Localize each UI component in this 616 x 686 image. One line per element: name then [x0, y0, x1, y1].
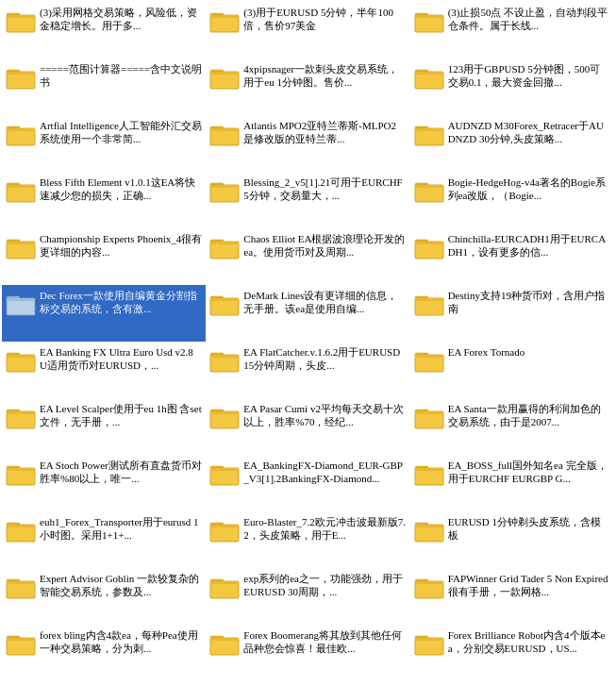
folder-icon [209, 404, 240, 430]
item-label: =====范围计算器=====含中文说明书 [40, 62, 202, 90]
svg-rect-80 [415, 468, 443, 471]
list-item[interactable]: DeMark Lines设有更详细的信息，无手册。该ea是使用自编... [206, 285, 409, 342]
list-item[interactable]: EA Pasar Cumi v2平均每天交易十次以上，胜率%70，经纪... [206, 398, 409, 455]
svg-rect-62 [415, 355, 443, 358]
item-label: euh1_Forex_Transporter用于eurusd 1小时图。采用1+… [40, 515, 202, 543]
list-item[interactable]: (3)用于EURUSD 5分钟，半年100倍，售价97美金 [206, 2, 409, 59]
list-item[interactable]: EA Forex Tornado [410, 342, 614, 398]
svg-rect-47 [7, 298, 35, 301]
list-item[interactable]: Destiny支持19种货币对，含用户指南 [410, 285, 614, 342]
list-item[interactable]: EA Level Scalper使用于eu 1h图 含set文件，无手册，... [2, 398, 206, 455]
folder-icon [6, 291, 36, 317]
item-label: Euro-Blaster_7.2欧元冲击波最新版7.2，头皮策略，用于E... [243, 515, 406, 543]
item-label: EA_BankingFX-Diamond_EUR-GBP_V3[1].2Bank… [243, 459, 406, 486]
folder-icon [414, 460, 444, 487]
list-item[interactable]: Dec Forex一款使用自编黄金分割指标交易的系统，含有激... [2, 285, 206, 342]
folder-icon [414, 404, 444, 430]
file-grid: (3)采用网格交易策略，风险低，资金稳定增长。用于多... (3)用于EURUS… [0, 0, 616, 686]
svg-rect-35 [415, 185, 443, 188]
item-label: (3)用于EURUSD 5分钟，半年100倍，售价97美金 [243, 6, 406, 33]
item-label: EA FlatCatcher.v.1.6.2用于EURUSD 15分钟周期，头皮… [243, 345, 406, 373]
folder-icon [209, 630, 240, 657]
svg-rect-107 [415, 638, 443, 641]
list-item[interactable]: Expert Advisor Goblin 一款较复杂的智能交易系统，参数及..… [2, 568, 206, 625]
list-item[interactable]: 4xpipsnager一款刺头皮交易系统，用于eu 1分钟图。售价... [206, 59, 409, 115]
list-item[interactable]: EA Banking FX Ultra Euro Usd v2.8 U适用货币对… [2, 342, 206, 398]
folder-icon [414, 8, 444, 34]
svg-rect-11 [7, 72, 35, 75]
list-item[interactable]: (3)采用网格交易策略，风险低，资金稳定增长。用于多... [2, 2, 206, 59]
folder-icon [209, 517, 240, 544]
item-label: (3)采用网格交易策略，风险低，资金稳定增长。用于多... [40, 6, 202, 33]
svg-rect-86 [210, 525, 239, 527]
list-item[interactable]: Chaos Elliot EA根据波浪理论开发的ea。使用货币对及周期... [206, 228, 409, 285]
svg-rect-41 [210, 242, 239, 244]
folder-icon [6, 404, 36, 430]
svg-rect-14 [210, 72, 239, 75]
item-label: Championship Experts Phoenix_4很有更详细的内容..… [40, 232, 202, 259]
svg-rect-101 [7, 638, 35, 641]
list-item[interactable]: EA Stoch Power测试所有直盘货币对胜率%80以上，唯一... [2, 455, 206, 511]
list-item[interactable]: =====范围计算器=====含中文说明书 [2, 59, 206, 115]
svg-rect-95 [210, 581, 239, 584]
item-label: Destiny支持19种货币对，含用户指南 [448, 289, 610, 316]
list-item[interactable]: Championship Experts Phoenix_4很有更详细的内容..… [2, 228, 206, 285]
item-label: 123用于GBPUSD 5分钟图，500可交易0.1，最大资金回撤... [448, 62, 610, 90]
list-item[interactable]: AUDNZD M30Forex_Retracer于AUDNZD 30分钟,头皮策… [410, 115, 614, 172]
svg-rect-29 [7, 185, 35, 188]
svg-rect-5 [210, 15, 239, 18]
list-item[interactable]: EURUSD 1分钟剃头皮系统，含模板 [410, 511, 614, 568]
svg-rect-2 [7, 15, 35, 18]
folder-icon [6, 8, 36, 34]
item-label: forex bling内含4款ea，每种Pea使用一种交易策略，分为刺... [40, 628, 202, 656]
item-label: exp系列的ea之一，功能强劲，用于EURUSD 30周期，... [243, 572, 406, 599]
folder-icon [209, 574, 240, 600]
item-label: Atlantis MPO2亚特兰蒂斯-MLPO2是修改版的亚特兰蒂... [243, 119, 406, 146]
item-label: Bless Fifth Element v1.0.1这EA将快速减少您的损失，正… [40, 176, 202, 203]
list-item[interactable]: forex bling内含4款ea，每种Pea使用一种交易策略，分为刺... [2, 625, 206, 681]
list-item[interactable]: EA Santa一款用赢得的利润加色的交易系统，由于是2007... [410, 398, 614, 455]
list-item[interactable]: Forex Boomerang将其放到其他任何品种您会惊喜！最佳欧... [206, 625, 409, 681]
svg-rect-71 [415, 411, 443, 414]
item-label: Chaos Elliot EA根据波浪理论开发的ea。使用货币对及周期... [243, 232, 406, 259]
item-label: Forex Boomerang将其放到其他任何品种您会惊喜！最佳欧... [243, 628, 406, 656]
svg-rect-59 [210, 355, 239, 358]
item-label: FAPWinner Grid Tader 5 Non Expired很有手册，一… [448, 572, 610, 599]
list-item[interactable]: Artfial Intelligence人工智能外汇交易系统使用一个非常简... [2, 115, 206, 172]
svg-rect-83 [7, 525, 35, 527]
list-item[interactable]: Bless Fifth Element v1.0.1这EA将快速减少您的损失，正… [2, 172, 206, 228]
list-item[interactable]: Euro-Blaster_7.2欧元冲击波最新版7.2，头皮策略，用于E... [206, 511, 409, 568]
svg-rect-89 [415, 525, 443, 527]
svg-rect-104 [210, 638, 239, 641]
folder-icon [209, 347, 240, 374]
list-item[interactable]: Forex Meta Robot DC含源码无手册 设有更详细的信息请... [2, 681, 206, 686]
folder-icon [414, 347, 444, 374]
list-item[interactable]: EA_BankingFX-Diamond_EUR-GBP_V3[1].2Bank… [206, 455, 409, 511]
list-item[interactable]: Blessing_2_v5[1].21可用于EURCHF 5分钟，交易量大，..… [206, 172, 409, 228]
list-item[interactable]: Forex Profit Monster使用在直盘上的交易系统，最好的周... [206, 681, 409, 686]
list-item[interactable]: 123用于GBPUSD 5分钟图，500可交易0.1，最大资金回撤... [410, 59, 614, 115]
list-item[interactable]: euh1_Forex_Transporter用于eurusd 1小时图。采用1+… [2, 511, 206, 568]
list-item[interactable]: Chinchilla-EURCADH1用于EURCADH1，设有更多的信... [410, 228, 614, 285]
list-item[interactable]: Atlantis MPO2亚特兰蒂斯-MLPO2是修改版的亚特兰蒂... [206, 115, 409, 172]
item-label: Artfial Intelligence人工智能外汇交易系统使用一个非常简... [40, 119, 202, 146]
svg-rect-44 [415, 242, 443, 244]
item-label: EA Forex Tornado [448, 345, 610, 359]
list-item[interactable]: EA FlatCatcher.v.1.6.2用于EURUSD 15分钟周期，头皮… [206, 342, 409, 398]
list-item[interactable]: Forex Brilliance Robot内含4个版本ea，分别交易EURUS… [410, 625, 614, 681]
list-item[interactable]: FAPWinner Grid Tader 5 Non Expired很有手册，一… [410, 568, 614, 625]
item-label: EA Banking FX Ultra Euro Usd v2.8 U适用货币对… [40, 345, 202, 373]
item-label: EA Stoch Power测试所有直盘货币对胜率%80以上，唯一... [40, 459, 202, 486]
svg-rect-23 [210, 128, 239, 131]
folder-icon [414, 64, 444, 91]
list-item[interactable]: Forex Rebellion EA一款发出交易买卖信号的系统，含多个... [410, 681, 614, 686]
svg-rect-20 [7, 128, 35, 131]
svg-rect-17 [415, 72, 443, 75]
list-item[interactable]: exp系列的ea之一，功能强劲，用于EURUSD 30周期，... [206, 568, 409, 625]
list-item[interactable]: Bogie-HedgeHog-v4a著名的Bogie系列ea改版，（Bogie.… [410, 172, 614, 228]
svg-rect-92 [7, 581, 35, 584]
item-label: Forex Brilliance Robot内含4个版本ea，分别交易EURUS… [448, 628, 610, 656]
list-item[interactable]: (3)止损50点 不设止盈，自动判段平仓条件。属于长线... [410, 2, 614, 59]
list-item[interactable]: EA_BOSS_full国外知名ea 完全版，用于EURCHF EURGBP G… [410, 455, 614, 511]
svg-rect-8 [415, 15, 443, 18]
